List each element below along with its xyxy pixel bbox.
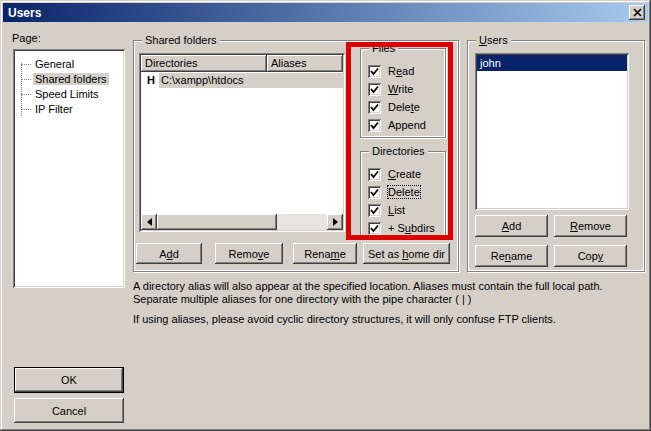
shared-folders-group-label: Shared folders: [142, 34, 220, 47]
shared-folders-list: Directories Aliases H C:\xampp\htdocs: [139, 53, 345, 232]
directories-permissions-group: Directories Create Delete List + Subdirs: [360, 151, 446, 238]
checkbox-row-list: List: [368, 201, 445, 219]
button-label: Add: [159, 248, 179, 260]
user-list-item[interactable]: john: [477, 55, 627, 71]
window-title: Users: [8, 6, 41, 20]
button-label: Remove: [570, 220, 611, 232]
files-group-label: Files: [369, 42, 398, 55]
horizontal-scrollbar[interactable]: [141, 214, 343, 230]
users-group-label: Users: [476, 34, 511, 47]
alias-notes: A directory alias will also appear at th…: [133, 280, 647, 326]
list-header: Directories Aliases: [141, 55, 343, 72]
users-dialog: Users Page: General Shared folders Speed…: [0, 0, 651, 431]
page-tree: General Shared folders Speed Limits IP F…: [13, 49, 125, 288]
write-checkbox-label: Write: [388, 83, 413, 95]
button-label: Set as home dir: [368, 248, 445, 260]
column-header-aliases[interactable]: Aliases: [267, 55, 343, 72]
scroll-left-button[interactable]: [141, 214, 157, 230]
users-listbox: john: [475, 53, 629, 210]
sidebar-item-speed-limits[interactable]: Speed Limits: [13, 87, 125, 102]
tree-item-label: General: [33, 58, 76, 70]
create-checkbox[interactable]: [368, 168, 381, 181]
button-label: Rename: [491, 250, 533, 262]
page-label: Page:: [12, 32, 41, 44]
set-as-home-dir-button[interactable]: Set as home dir: [363, 243, 450, 264]
column-header-directories[interactable]: Directories: [141, 55, 267, 72]
dir-delete-checkbox[interactable]: [368, 186, 381, 199]
cancel-button[interactable]: Cancel: [14, 398, 124, 423]
file-delete-checkbox[interactable]: [368, 101, 381, 114]
checkbox-row-dir-delete: Delete: [368, 183, 445, 201]
subdirs-checkbox-label: + Subdirs: [388, 222, 435, 234]
append-checkbox[interactable]: [368, 119, 381, 132]
checkbox-row-read: Read: [368, 62, 445, 80]
close-icon: [633, 7, 642, 19]
close-button[interactable]: [629, 5, 645, 20]
user-add-button[interactable]: Add: [475, 215, 548, 237]
user-remove-button[interactable]: Remove: [554, 215, 627, 237]
write-checkbox[interactable]: [368, 83, 381, 96]
checkbox-row-append: Append: [368, 116, 445, 134]
button-label: Copy: [578, 250, 604, 262]
arrow-right-icon: [333, 218, 342, 226]
button-label: Rename: [304, 248, 346, 260]
titlebar: Users: [3, 3, 648, 22]
sidebar-item-shared-folders[interactable]: Shared folders: [13, 72, 125, 87]
table-row[interactable]: H C:\xampp\htdocs: [141, 73, 343, 88]
folder-rename-button[interactable]: Rename: [293, 243, 357, 264]
scrollbar-thumb[interactable]: [157, 214, 277, 230]
dir-delete-checkbox-label: Delete: [388, 186, 420, 198]
append-checkbox-label: Append: [388, 119, 426, 131]
user-name: john: [480, 57, 501, 69]
read-checkbox-label: Read: [388, 65, 414, 77]
alias-note-1: A directory alias will also appear at th…: [133, 280, 647, 306]
scroll-right-button[interactable]: [327, 214, 343, 230]
user-rename-button[interactable]: Rename: [475, 245, 548, 267]
subdirs-checkbox[interactable]: [368, 222, 381, 235]
file-delete-checkbox-label: Delete: [388, 101, 420, 113]
directory-path: C:\xampp\htdocs: [159, 73, 343, 88]
button-label: Add: [502, 220, 522, 232]
read-checkbox[interactable]: [368, 65, 381, 78]
arrow-left-icon: [143, 218, 152, 226]
tree-item-label: Speed Limits: [33, 88, 101, 100]
tree-item-label: Shared folders: [33, 73, 109, 85]
sidebar-item-ip-filter[interactable]: IP Filter: [13, 102, 125, 117]
scrollbar-track[interactable]: [277, 214, 327, 230]
directories-group-label: Directories: [369, 145, 428, 158]
user-copy-button[interactable]: Copy: [554, 245, 627, 267]
button-label: Cancel: [52, 405, 86, 417]
checkbox-row-subdirs: + Subdirs: [368, 219, 445, 237]
folder-remove-button[interactable]: Remove: [215, 243, 283, 264]
create-checkbox-label: Create: [388, 168, 421, 180]
files-permissions-group: Files Read Write Delete Append: [360, 48, 446, 138]
tree-item-label: IP Filter: [33, 103, 75, 115]
button-label: OK: [61, 374, 77, 386]
checkbox-row-file-delete: Delete: [368, 98, 445, 116]
button-label: Remove: [229, 248, 270, 260]
list-checkbox[interactable]: [368, 204, 381, 217]
checkbox-row-write: Write: [368, 80, 445, 98]
alias-note-2: If using aliases, please avoid cyclic di…: [133, 313, 647, 326]
folder-add-button[interactable]: Add: [136, 243, 202, 264]
users-group: Users john: [467, 40, 645, 272]
checkbox-row-create: Create: [368, 165, 445, 183]
list-checkbox-label: List: [388, 204, 405, 216]
ok-button[interactable]: OK: [14, 367, 124, 393]
home-dir-marker: H: [147, 73, 159, 88]
sidebar-item-general[interactable]: General: [13, 57, 125, 72]
